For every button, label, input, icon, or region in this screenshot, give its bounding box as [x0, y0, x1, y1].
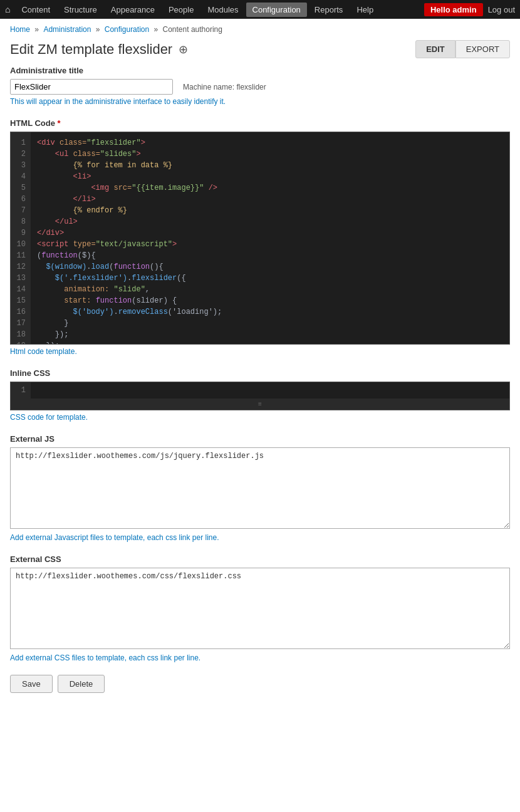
- required-marker: *: [58, 118, 61, 128]
- hello-prefix: Hello: [430, 5, 452, 14]
- save-button[interactable]: Save: [10, 675, 53, 693]
- page-title-left: Edit ZM template flexslider ⊕: [10, 41, 188, 58]
- inline-scrollbar: ≡: [11, 398, 509, 410]
- external-js-section: External JS http://flexslider.woothemes.…: [10, 434, 510, 542]
- home-icon[interactable]: ⌂: [5, 4, 10, 14]
- page-title-row: Edit ZM template flexslider ⊕ EDIT EXPOR…: [0, 38, 520, 66]
- tab-export[interactable]: EXPORT: [455, 40, 510, 58]
- admin-username: admin: [452, 5, 476, 14]
- nav-item-help[interactable]: Help: [350, 3, 380, 17]
- line-numbers: 123456789101112131415161718192021: [11, 132, 31, 345]
- admin-title-section: Administrative title Machine name: flexs…: [10, 66, 510, 106]
- nav-right: Hello admin Log out: [424, 3, 515, 16]
- inline-code-area: [31, 382, 509, 398]
- logout-link[interactable]: Log out: [488, 5, 515, 14]
- inline-line-num: 1: [11, 382, 31, 398]
- admin-title-row: Machine name: flexslider: [10, 79, 510, 95]
- nav-item-structure[interactable]: Structure: [58, 3, 103, 17]
- breadcrumb-administration[interactable]: Administration: [43, 25, 91, 34]
- nav-item-modules[interactable]: Modules: [201, 3, 244, 17]
- main-content: Administrative title Machine name: flexs…: [0, 66, 520, 712]
- breadcrumb-configuration[interactable]: Configuration: [105, 25, 149, 34]
- external-js-hint: Add external Javascript files to templat…: [10, 533, 510, 542]
- external-js-input[interactable]: http://flexslider.woothemes.com/js/jquer…: [10, 447, 510, 529]
- external-css-section: External CSS http://flexslider.woothemes…: [10, 554, 510, 662]
- external-js-label: External JS: [10, 434, 510, 444]
- breadcrumb-current: Content authoring: [163, 25, 222, 34]
- nav-item-content[interactable]: Content: [15, 3, 56, 17]
- admin-title-hint: This will appear in the administrative i…: [10, 97, 510, 106]
- html-code-section: HTML Code * 1234567891011121314151617181…: [10, 118, 510, 356]
- delete-button[interactable]: Delete: [58, 675, 105, 693]
- inline-css-editor[interactable]: 1 ≡: [10, 382, 510, 410]
- tab-buttons: EDIT EXPORT: [415, 40, 510, 58]
- nav-item-people[interactable]: People: [162, 3, 200, 17]
- nav-item-reports[interactable]: Reports: [308, 3, 350, 17]
- html-code-label: HTML Code *: [10, 118, 510, 128]
- page-title: Edit ZM template flexslider: [10, 41, 172, 58]
- external-css-label: External CSS: [10, 554, 510, 564]
- external-css-hint: Add external CSS files to template, each…: [10, 653, 510, 662]
- breadcrumb-home[interactable]: Home: [10, 25, 30, 34]
- breadcrumb-sep-3: »: [154, 25, 160, 34]
- breadcrumb-sep-1: »: [34, 25, 41, 34]
- html-code-editor[interactable]: 123456789101112131415161718192021 <div c…: [10, 132, 510, 345]
- action-buttons: Save Delete: [10, 675, 510, 693]
- code-lines: 123456789101112131415161718192021 <div c…: [11, 132, 509, 345]
- nav-item-configuration[interactable]: Configuration: [246, 3, 307, 17]
- inline-css-section: Inline CSS 1 ≡ CSS code for template.: [10, 368, 510, 422]
- add-icon[interactable]: ⊕: [179, 43, 188, 56]
- top-navigation: ⌂ Content Structure Appearance People Mo…: [0, 0, 520, 19]
- code-content: <div class="flexslider"> <ul class="slid…: [31, 132, 509, 345]
- external-css-input[interactable]: http://flexslider.woothemes.com/css/flex…: [10, 568, 510, 649]
- admin-title-input[interactable]: [10, 79, 173, 95]
- tab-edit[interactable]: EDIT: [415, 40, 455, 58]
- inline-css-label: Inline CSS: [10, 368, 510, 378]
- admin-title-label: Administrative title: [10, 66, 510, 75]
- breadcrumb: Home » Administration » Configuration » …: [0, 19, 520, 38]
- machine-name-label: Machine name: flexslider: [183, 83, 266, 91]
- hello-admin-badge[interactable]: Hello admin: [424, 3, 483, 16]
- inline-css-hint: CSS code for template.: [10, 413, 510, 422]
- html-code-hint: Html code template.: [10, 347, 510, 356]
- nav-menu: Content Structure Appearance People Modu…: [15, 3, 424, 17]
- inline-css-content: 1: [11, 382, 509, 398]
- nav-item-appearance[interactable]: Appearance: [105, 3, 161, 17]
- breadcrumb-sep-2: »: [96, 25, 102, 34]
